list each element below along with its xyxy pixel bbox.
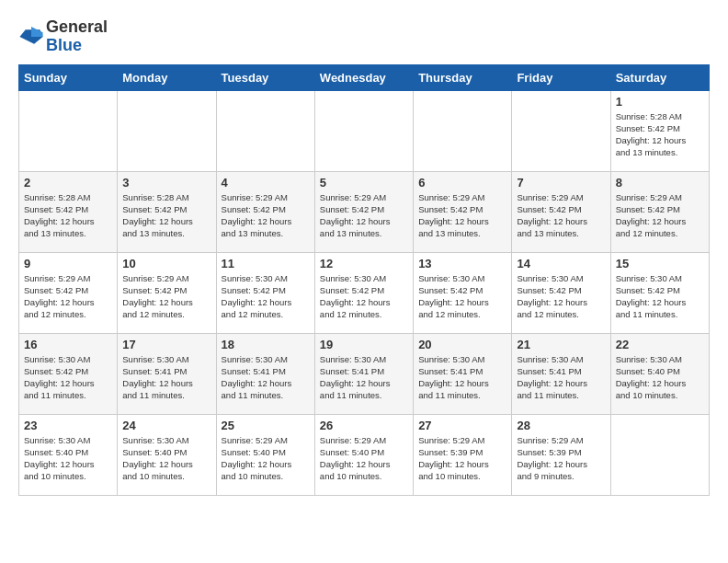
logo-general: General	[46, 17, 108, 36]
weekday-header-row: SundayMondayTuesdayWednesdayThursdayFrid…	[19, 64, 710, 90]
calendar-cell: 5Sunrise: 5:29 AM Sunset: 5:42 PM Daylig…	[314, 171, 413, 252]
day-number: 14	[517, 257, 605, 270]
logo: General Blue	[18, 18, 108, 55]
day-info: Sunrise: 5:30 AM Sunset: 5:41 PM Dayligh…	[122, 353, 210, 402]
day-info: Sunrise: 5:29 AM Sunset: 5:39 PM Dayligh…	[517, 434, 605, 483]
day-number: 11	[222, 257, 310, 270]
day-info: Sunrise: 5:29 AM Sunset: 5:40 PM Dayligh…	[320, 434, 408, 483]
calendar-cell: 2Sunrise: 5:28 AM Sunset: 5:42 PM Daylig…	[19, 171, 118, 252]
day-number: 23	[24, 419, 112, 432]
day-number: 27	[418, 419, 506, 432]
day-number: 8	[616, 176, 704, 190]
calendar-cell: 22Sunrise: 5:30 AM Sunset: 5:40 PM Dayli…	[610, 333, 709, 414]
calendar-cell: 26Sunrise: 5:29 AM Sunset: 5:40 PM Dayli…	[314, 414, 413, 495]
day-info: Sunrise: 5:29 AM Sunset: 5:42 PM Dayligh…	[418, 191, 506, 240]
calendar-cell: 9Sunrise: 5:29 AM Sunset: 5:42 PM Daylig…	[19, 252, 118, 333]
weekday-header: Thursday	[414, 64, 512, 90]
day-number: 24	[122, 419, 210, 432]
day-info: Sunrise: 5:30 AM Sunset: 5:41 PM Dayligh…	[222, 353, 310, 402]
calendar-cell: 10Sunrise: 5:29 AM Sunset: 5:42 PM Dayli…	[118, 252, 216, 333]
calendar-cell	[512, 90, 610, 171]
calendar-cell: 1Sunrise: 5:28 AM Sunset: 5:42 PM Daylig…	[610, 90, 709, 171]
day-info: Sunrise: 5:30 AM Sunset: 5:40 PM Dayligh…	[122, 434, 210, 483]
calendar-cell: 4Sunrise: 5:29 AM Sunset: 5:42 PM Daylig…	[216, 171, 314, 252]
day-number: 9	[24, 257, 112, 270]
day-info: Sunrise: 5:30 AM Sunset: 5:41 PM Dayligh…	[320, 353, 408, 402]
day-info: Sunrise: 5:29 AM Sunset: 5:42 PM Dayligh…	[122, 272, 210, 321]
day-number: 16	[24, 338, 112, 351]
calendar-cell: 14Sunrise: 5:30 AM Sunset: 5:42 PM Dayli…	[512, 252, 610, 333]
calendar-week-row: 2Sunrise: 5:28 AM Sunset: 5:42 PM Daylig…	[19, 171, 710, 252]
day-info: Sunrise: 5:29 AM Sunset: 5:42 PM Dayligh…	[517, 191, 605, 240]
calendar-cell: 23Sunrise: 5:30 AM Sunset: 5:40 PM Dayli…	[19, 414, 118, 495]
day-number: 25	[222, 419, 310, 432]
day-info: Sunrise: 5:29 AM Sunset: 5:42 PM Dayligh…	[24, 272, 112, 321]
calendar-cell: 25Sunrise: 5:29 AM Sunset: 5:40 PM Dayli…	[216, 414, 314, 495]
day-number: 15	[616, 257, 704, 270]
day-number: 19	[320, 338, 408, 351]
calendar-week-row: 16Sunrise: 5:30 AM Sunset: 5:42 PM Dayli…	[19, 333, 710, 414]
day-number: 2	[24, 176, 112, 190]
day-number: 18	[222, 338, 310, 351]
day-info: Sunrise: 5:28 AM Sunset: 5:42 PM Dayligh…	[122, 191, 210, 240]
day-info: Sunrise: 5:30 AM Sunset: 5:41 PM Dayligh…	[517, 353, 605, 402]
day-number: 12	[320, 257, 408, 270]
calendar-cell	[314, 90, 413, 171]
calendar-cell: 11Sunrise: 5:30 AM Sunset: 5:42 PM Dayli…	[216, 252, 314, 333]
day-info: Sunrise: 5:30 AM Sunset: 5:42 PM Dayligh…	[24, 353, 112, 402]
day-info: Sunrise: 5:29 AM Sunset: 5:39 PM Dayligh…	[418, 434, 506, 483]
calendar-cell	[610, 414, 709, 495]
calendar-week-row: 1Sunrise: 5:28 AM Sunset: 5:42 PM Daylig…	[19, 90, 710, 171]
day-number: 22	[616, 338, 704, 351]
day-info: Sunrise: 5:29 AM Sunset: 5:40 PM Dayligh…	[222, 434, 310, 483]
logo-blue: Blue	[46, 36, 82, 54]
calendar-cell	[19, 90, 118, 171]
day-info: Sunrise: 5:28 AM Sunset: 5:42 PM Dayligh…	[24, 191, 112, 240]
calendar-cell: 28Sunrise: 5:29 AM Sunset: 5:39 PM Dayli…	[512, 414, 610, 495]
calendar-week-row: 23Sunrise: 5:30 AM Sunset: 5:40 PM Dayli…	[19, 414, 710, 495]
calendar-cell: 21Sunrise: 5:30 AM Sunset: 5:41 PM Dayli…	[512, 333, 610, 414]
day-number: 17	[122, 338, 210, 351]
calendar-cell: 6Sunrise: 5:29 AM Sunset: 5:42 PM Daylig…	[414, 171, 512, 252]
calendar-cell: 8Sunrise: 5:29 AM Sunset: 5:42 PM Daylig…	[610, 171, 709, 252]
weekday-header: Monday	[118, 64, 216, 90]
calendar-cell	[216, 90, 314, 171]
calendar-cell: 27Sunrise: 5:29 AM Sunset: 5:39 PM Dayli…	[414, 414, 512, 495]
day-info: Sunrise: 5:30 AM Sunset: 5:41 PM Dayligh…	[418, 353, 506, 402]
day-number: 7	[517, 176, 605, 190]
page-header: General Blue	[18, 18, 710, 55]
day-number: 28	[517, 419, 605, 432]
day-info: Sunrise: 5:30 AM Sunset: 5:42 PM Dayligh…	[517, 272, 605, 321]
calendar-cell: 17Sunrise: 5:30 AM Sunset: 5:41 PM Dayli…	[118, 333, 216, 414]
day-number: 21	[517, 338, 605, 351]
day-info: Sunrise: 5:30 AM Sunset: 5:40 PM Dayligh…	[616, 353, 704, 402]
calendar-cell: 19Sunrise: 5:30 AM Sunset: 5:41 PM Dayli…	[314, 333, 413, 414]
calendar-cell: 16Sunrise: 5:30 AM Sunset: 5:42 PM Dayli…	[19, 333, 118, 414]
weekday-header: Tuesday	[216, 64, 314, 90]
calendar-cell: 13Sunrise: 5:30 AM Sunset: 5:42 PM Dayli…	[414, 252, 512, 333]
svg-marker-1	[31, 27, 43, 37]
day-info: Sunrise: 5:29 AM Sunset: 5:42 PM Dayligh…	[222, 191, 310, 240]
day-number: 10	[122, 257, 210, 270]
day-number: 1	[616, 95, 704, 109]
day-info: Sunrise: 5:30 AM Sunset: 5:42 PM Dayligh…	[320, 272, 408, 321]
day-number: 5	[320, 176, 408, 190]
day-number: 4	[222, 176, 310, 190]
calendar-cell: 18Sunrise: 5:30 AM Sunset: 5:41 PM Dayli…	[216, 333, 314, 414]
logo-icon	[18, 27, 44, 47]
weekday-header: Friday	[512, 64, 610, 90]
day-number: 26	[320, 419, 408, 432]
day-number: 13	[418, 257, 506, 270]
calendar-cell: 12Sunrise: 5:30 AM Sunset: 5:42 PM Dayli…	[314, 252, 413, 333]
calendar-cell: 15Sunrise: 5:30 AM Sunset: 5:42 PM Dayli…	[610, 252, 709, 333]
calendar-cell	[118, 90, 216, 171]
calendar-table: SundayMondayTuesdayWednesdayThursdayFrid…	[18, 64, 710, 496]
day-number: 20	[418, 338, 506, 351]
calendar-cell: 24Sunrise: 5:30 AM Sunset: 5:40 PM Dayli…	[118, 414, 216, 495]
day-info: Sunrise: 5:30 AM Sunset: 5:42 PM Dayligh…	[616, 272, 704, 321]
weekday-header: Sunday	[19, 64, 118, 90]
day-number: 6	[418, 176, 506, 190]
calendar-cell: 7Sunrise: 5:29 AM Sunset: 5:42 PM Daylig…	[512, 171, 610, 252]
day-info: Sunrise: 5:30 AM Sunset: 5:40 PM Dayligh…	[24, 434, 112, 483]
weekday-header: Saturday	[610, 64, 709, 90]
